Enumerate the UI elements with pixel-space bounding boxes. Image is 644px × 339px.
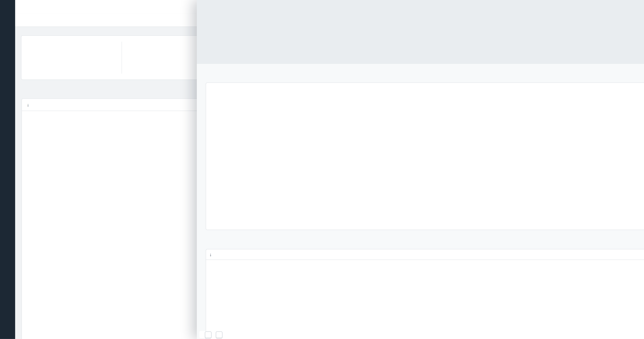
app-sidebar: [0, 0, 15, 339]
sort-desc-icon: ↓: [27, 102, 29, 107]
users-table-header: ↓: [206, 249, 644, 260]
sort-desc-icon: ↓: [210, 252, 212, 257]
keyboard-hint: [200, 331, 228, 338]
summary-divider: [122, 42, 122, 74]
column-priority[interactable]: ↓: [27, 102, 31, 107]
matching-logs-list: [197, 0, 644, 64]
users-table: ↓: [206, 249, 644, 339]
sensitive-data-scanner-page: ↓ ↓: [0, 0, 644, 339]
arrow-down-keycap: [216, 331, 222, 338]
issue-detail-panel: ↓: [197, 0, 644, 339]
blast-radius-bar: [197, 64, 644, 82]
arrow-up-keycap: [205, 331, 212, 338]
impacted-environments-card: [206, 82, 644, 230]
